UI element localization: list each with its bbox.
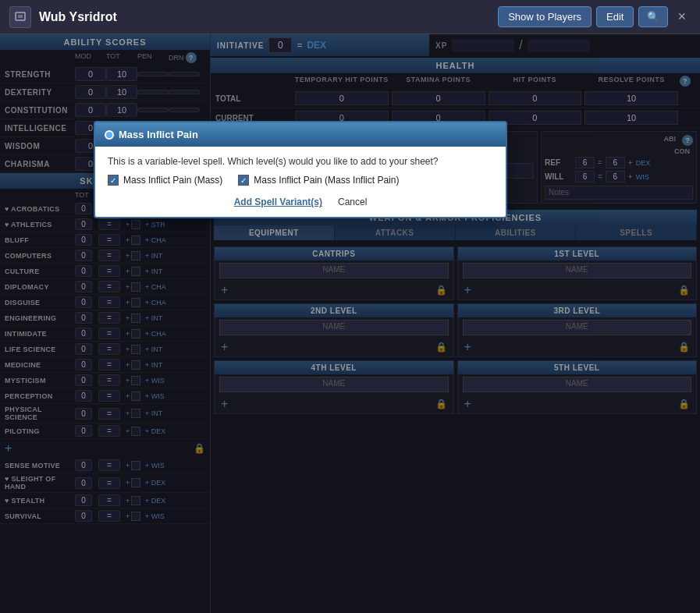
svg-rect-0 [16,12,25,20]
modal-cancel-button[interactable]: Cancel [338,197,367,207]
modal-checkbox-1[interactable]: ✓ [108,175,119,186]
modal-option-1-label: Mass Inflict Pain (Mass) [123,175,222,186]
search-button[interactable]: 🔍 [638,6,668,27]
character-name: Wub Ysridrot [39,10,498,24]
modal-options: ✓ Mass Inflict Pain (Mass) ✓ Mass Inflic… [108,175,493,186]
edit-button[interactable]: Edit [596,6,634,27]
modal-option-2-label: Mass Inflict Pain (Mass Inflict Pain) [254,175,399,186]
show-to-players-button[interactable]: Show to Players [498,6,592,27]
spell-variant-modal: Mass Inflict Pain This is a variable-lev… [94,121,507,218]
title-bar-buttons: Show to Players Edit 🔍 × [498,6,691,27]
modal-add-button[interactable]: Add Spell Variant(s) [234,197,322,207]
modal-checkbox-2[interactable]: ✓ [238,175,249,186]
modal-title: Mass Inflict Pain [119,129,198,140]
modal-option-1: ✓ Mass Inflict Pain (Mass) [108,175,222,186]
modal-actions: Add Spell Variant(s) Cancel [108,197,493,207]
character-icon [9,6,31,28]
modal-radio-icon [105,130,114,140]
modal-body: This is a variable-level spell. Which le… [95,147,506,217]
close-button[interactable]: × [673,7,691,27]
title-bar: Wub Ysridrot Show to Players Edit 🔍 × [0,0,700,34]
modal-option-2: ✓ Mass Inflict Pain (Mass Inflict Pain) [238,175,399,186]
modal-header: Mass Inflict Pain [95,122,506,147]
modal-description: This is a variable-level spell. Which le… [108,156,493,167]
